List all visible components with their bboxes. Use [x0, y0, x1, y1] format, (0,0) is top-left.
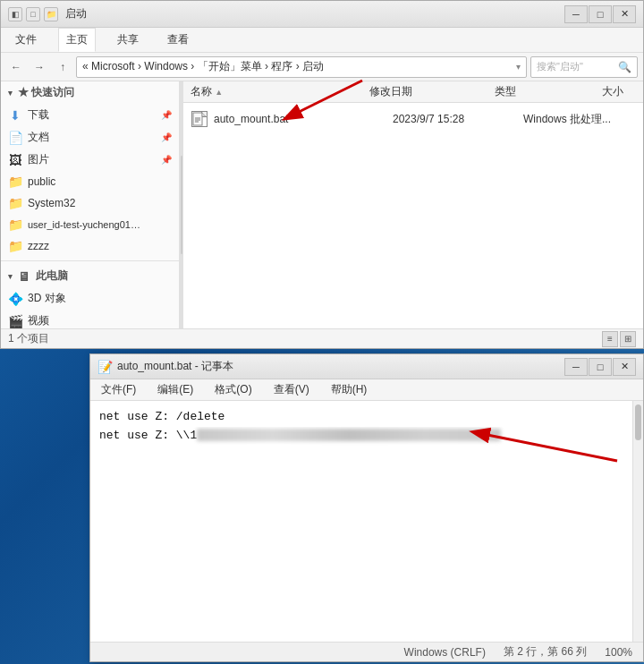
- bat-file-icon: [191, 111, 208, 127]
- sidebar-item-3d[interactable]: 💠 3D 对象: [1, 287, 179, 310]
- ribbon-tab-home[interactable]: 主页: [58, 28, 96, 52]
- up-button[interactable]: ↑: [53, 57, 72, 77]
- column-headers: 名称 ▲ 修改日期 类型 大小: [183, 81, 643, 103]
- zoom-label: 100%: [605, 646, 632, 659]
- pc-icon: 🖥: [18, 269, 30, 284]
- code-line-2: net use Z: \\1: [99, 427, 634, 446]
- menu-format[interactable]: 格式(O): [209, 380, 257, 399]
- file-list: auto_mount.bat 2023/9/7 15:28 Windows 批处…: [183, 103, 643, 328]
- notepad-title: auto_mount.bat - 记事本: [117, 359, 564, 374]
- sidebar-item-label: 图片: [28, 152, 49, 167]
- sidebar: ▾ ★ 快速访问 ⬇ 下载 📌 📄 文档 📌 🖼 图片 📌 📁 public: [1, 81, 180, 328]
- menu-view[interactable]: 查看(V): [268, 380, 315, 399]
- title-icon-1: ◧: [8, 7, 22, 21]
- notepad-scrollbar-thumb[interactable]: [635, 404, 641, 440]
- menu-edit[interactable]: 编辑(E): [152, 380, 199, 399]
- view-buttons[interactable]: ≡ ⊞: [602, 331, 636, 347]
- notepad-status-bar: Windows (CRLF) 第 2 行，第 66 列 100%: [90, 642, 643, 661]
- pin-icon: 📌: [161, 155, 172, 165]
- notepad-icon: 📝: [97, 360, 112, 374]
- ribbon-tab-view[interactable]: 查看: [160, 29, 196, 51]
- file-icon: [191, 111, 208, 127]
- explorer-window: ◧ □ 📁 启动 ─ □ ✕ 文件 主页 共享 查看 ← → ↑ « Micro…: [0, 0, 644, 349]
- encoding-label: Windows (CRLF): [404, 646, 486, 659]
- menu-help[interactable]: 帮助(H): [326, 380, 373, 399]
- zzzz-icon: 📁: [8, 239, 22, 253]
- notepad-close-button[interactable]: ✕: [613, 358, 636, 376]
- pc-section-header: ▾ 🖥 此电脑: [1, 265, 179, 287]
- notepad-minimize-button[interactable]: ─: [564, 358, 588, 376]
- resize-handle[interactable]: [180, 81, 183, 328]
- resize-grip: [181, 156, 182, 254]
- search-icon[interactable]: 🔍: [618, 61, 631, 73]
- sidebar-item-label: 视频: [28, 313, 49, 328]
- notepad-content[interactable]: net use Z: /delete net use Z: \\1: [90, 401, 643, 642]
- sidebar-item-video[interactable]: 🎬 视频: [1, 310, 179, 328]
- user-folder-icon: 📁: [8, 217, 22, 232]
- position-label: 第 2 行，第 66 列: [504, 644, 587, 660]
- sidebar-item-download[interactable]: ⬇ 下载 📌: [1, 104, 179, 126]
- sidebar-item-public[interactable]: 📁 public: [1, 171, 179, 192]
- menu-file[interactable]: 文件(F): [96, 380, 141, 399]
- item-count: 1 个项目: [8, 331, 49, 346]
- nav-bar: ← → ↑ « Microsoft › Windows › 「开始」菜单 › 程…: [1, 53, 643, 81]
- col-sort-arrow: ▲: [215, 88, 223, 97]
- sidebar-item-label: System32: [28, 197, 75, 209]
- explorer-window-controls[interactable]: ─ □ ✕: [564, 5, 636, 23]
- quick-access-arrow: ▾: [8, 89, 13, 98]
- ribbon-tab-share[interactable]: 共享: [110, 29, 146, 51]
- notepad-title-bar: 📝 auto_mount.bat - 记事本 ─ □ ✕: [90, 354, 643, 379]
- sidebar-item-label: zzzz: [28, 240, 49, 252]
- pin-icon: 📌: [161, 132, 172, 142]
- col-name-header[interactable]: 名称 ▲: [191, 84, 369, 99]
- col-size-header[interactable]: 大小: [602, 84, 643, 99]
- forward-button[interactable]: →: [30, 57, 49, 77]
- pc-arrow: ▾: [8, 272, 13, 281]
- sidebar-divider: [1, 260, 179, 261]
- address-dropdown-icon[interactable]: ▾: [516, 62, 521, 72]
- sidebar-item-pictures[interactable]: 🖼 图片 📌: [1, 149, 179, 171]
- title-icon-2: □: [26, 7, 40, 21]
- system32-icon: 📁: [8, 196, 22, 210]
- documents-icon: 📄: [8, 131, 22, 145]
- address-path: « Microsoft › Windows › 「开始」菜单 › 程序 › 启动: [82, 59, 324, 74]
- sidebar-item-system32[interactable]: 📁 System32: [1, 192, 179, 214]
- title-icon-3: 📁: [44, 7, 58, 21]
- table-row[interactable]: auto_mount.bat 2023/9/7 15:28 Windows 批处…: [183, 106, 643, 132]
- explorer-close-button[interactable]: ✕: [613, 5, 636, 23]
- address-bar[interactable]: « Microsoft › Windows › 「开始」菜单 › 程序 › 启动…: [76, 56, 527, 78]
- search-bar[interactable]: 搜索"启动" 🔍: [530, 56, 638, 78]
- view-btn-large[interactable]: ⊞: [620, 331, 636, 347]
- notepad-menu-bar: 文件(F) 编辑(E) 格式(O) 查看(V) 帮助(H): [90, 379, 643, 401]
- explorer-title-bar: ◧ □ 📁 启动 ─ □ ✕: [1, 1, 643, 28]
- ribbon-bar: 文件 主页 共享 查看: [1, 28, 643, 53]
- sidebar-item-user[interactable]: 📁 user_id-test-yucheng01_gp2: [1, 214, 179, 235]
- sidebar-item-documents[interactable]: 📄 文档 📌: [1, 126, 179, 149]
- col-date-header[interactable]: 修改日期: [369, 84, 495, 99]
- notepad-scrollbar[interactable]: [632, 401, 643, 642]
- ribbon-tab-file[interactable]: 文件: [8, 29, 44, 51]
- view-btn-details[interactable]: ≡: [602, 331, 618, 347]
- svg-rect-0: [193, 113, 202, 125]
- sidebar-item-label: user_id-test-yucheng01_gp2: [28, 219, 144, 230]
- notepad-window-controls[interactable]: ─ □ ✕: [564, 358, 636, 376]
- back-button[interactable]: ←: [6, 57, 26, 77]
- code-line-1: net use Z: /delete: [99, 408, 634, 427]
- quick-access-header: ▾ ★ 快速访问: [1, 81, 179, 104]
- 3d-icon: 💠: [8, 292, 22, 306]
- download-icon: ⬇: [8, 108, 22, 123]
- notepad-window: 📝 auto_mount.bat - 记事本 ─ □ ✕ 文件(F) 编辑(E)…: [89, 353, 644, 662]
- notepad-maximize-button[interactable]: □: [589, 358, 612, 376]
- col-type-header[interactable]: 类型: [495, 84, 602, 99]
- sidebar-item-label: public: [28, 175, 55, 188]
- sidebar-item-label: 文档: [28, 130, 49, 145]
- quick-access-label: ★ 快速访问: [18, 85, 74, 100]
- explorer-body: ▾ ★ 快速访问 ⬇ 下载 📌 📄 文档 📌 🖼 图片 📌 📁 public: [1, 81, 643, 328]
- explorer-maximize-button[interactable]: □: [589, 5, 612, 23]
- file-size: 1 KB: [636, 113, 643, 125]
- title-bar-icons: ◧ □ 📁: [8, 7, 58, 21]
- sidebar-item-zzzz[interactable]: 📁 zzzz: [1, 235, 179, 257]
- explorer-minimize-button[interactable]: ─: [564, 5, 588, 23]
- search-placeholder: 搜索"启动": [537, 60, 583, 73]
- file-name: auto_mount.bat: [214, 113, 387, 125]
